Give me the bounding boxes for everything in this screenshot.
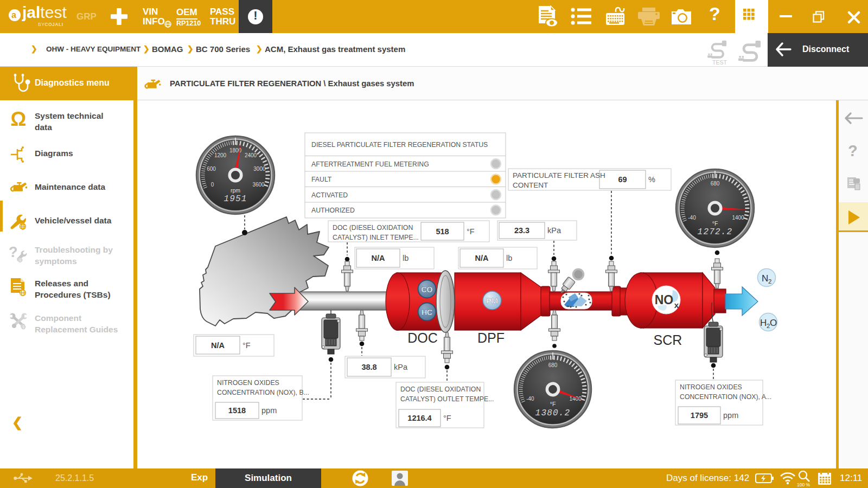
svg-text:1400: 1400: [732, 215, 744, 221]
svg-text:3600: 3600: [252, 182, 265, 188]
svg-text:CONTENT: CONTENT: [513, 181, 548, 189]
svg-text:rpm: rpm: [231, 187, 240, 194]
svg-text:°F: °F: [242, 341, 251, 350]
svg-text:ACTIVATED: ACTIVATED: [311, 191, 348, 199]
svg-text:ppm: ppm: [261, 406, 277, 415]
svg-text:%: %: [648, 175, 655, 184]
svg-text:CONCENTRATION (NOX), B...: CONCENTRATION (NOX), B...: [217, 389, 309, 396]
svg-text:CONCENTRATION (NOX), A...: CONCENTRATION (NOX), A...: [680, 393, 771, 401]
svg-text:23.3: 23.3: [514, 226, 529, 235]
svg-text:N/A: N/A: [372, 254, 386, 262]
svg-text:CATALYST) OUTLET TEMPE...: CATALYST) OUTLET TEMPE...: [400, 395, 494, 403]
svg-text:680: 680: [548, 362, 558, 368]
svg-text:PARTICULATE FILTER ASH: PARTICULATE FILTER ASH: [513, 171, 605, 179]
svg-text:N/A: N/A: [475, 254, 489, 262]
svg-text:°F: °F: [467, 227, 475, 236]
svg-text:TEST: TEST: [712, 59, 727, 66]
svg-text:1951: 1951: [224, 194, 247, 204]
svg-text:-40: -40: [526, 396, 534, 402]
svg-text:DIESEL PARTICULATE FILTER REGE: DIESEL PARTICULATE FILTER REGENERATION S…: [311, 141, 488, 149]
svg-text:°F: °F: [712, 220, 718, 227]
svg-text:CO: CO: [422, 285, 433, 294]
svg-text:SCR: SCR: [654, 332, 682, 348]
svg-text:3000: 3000: [253, 166, 266, 172]
svg-text:lb: lb: [403, 254, 409, 262]
svg-text:1795: 1795: [691, 411, 708, 420]
svg-text:DOC (DIESEL OXIDATION: DOC (DIESEL OXIDATION: [333, 224, 413, 232]
svg-text:600: 600: [207, 166, 216, 172]
svg-text:kPa: kPa: [547, 226, 561, 235]
svg-text:°F: °F: [550, 401, 556, 407]
svg-text:O: O: [770, 318, 777, 328]
svg-text:100 %: 100 %: [797, 482, 810, 487]
svg-text:lb: lb: [506, 254, 512, 262]
svg-text:1216.4: 1216.4: [407, 414, 431, 422]
svg-text:1272.2: 1272.2: [698, 227, 733, 237]
svg-text:DPF: DPF: [477, 330, 505, 345]
svg-text:x: x: [674, 300, 679, 310]
svg-text:DOC (DIESEL OXIDATION: DOC (DIESEL OXIDATION: [400, 386, 481, 393]
svg-text:ppm: ppm: [723, 411, 738, 420]
svg-text:NITROGEN OXIDES: NITROGEN OXIDES: [680, 383, 742, 391]
svg-text:NITROGEN OXIDES: NITROGEN OXIDES: [217, 379, 279, 387]
svg-text:?: ?: [9, 244, 18, 260]
svg-text:H: H: [760, 318, 767, 328]
svg-text:N/A: N/A: [211, 341, 225, 350]
svg-text:AFTERTREATMENT FUEL METERING: AFTERTREATMENT FUEL METERING: [311, 160, 429, 168]
svg-text:518: 518: [436, 227, 449, 236]
svg-text:AUTHORIZED: AUTHORIZED: [311, 207, 355, 214]
svg-text:1380.2: 1380.2: [535, 408, 571, 418]
svg-text:2: 2: [768, 278, 771, 285]
svg-text:680: 680: [711, 181, 720, 187]
svg-text:PM: PM: [486, 297, 498, 305]
svg-text:69: 69: [618, 175, 627, 184]
svg-text:DOC: DOC: [407, 330, 438, 345]
svg-text:°F: °F: [443, 414, 451, 422]
svg-text:1200: 1200: [214, 152, 227, 158]
svg-text:N: N: [762, 273, 768, 284]
svg-text:-40: -40: [688, 215, 696, 221]
svg-text:1518: 1518: [228, 406, 246, 415]
svg-text:38.8: 38.8: [361, 363, 376, 371]
svg-text:FAULT: FAULT: [311, 176, 332, 183]
svg-text:2400: 2400: [245, 152, 257, 158]
svg-text:CATALYST) INLET TEMPE...: CATALYST) INLET TEMPE...: [333, 234, 419, 241]
svg-text:NO: NO: [655, 293, 674, 307]
svg-text:HC: HC: [422, 308, 432, 317]
svg-text:0: 0: [211, 182, 214, 188]
svg-text:kPa: kPa: [394, 363, 408, 371]
